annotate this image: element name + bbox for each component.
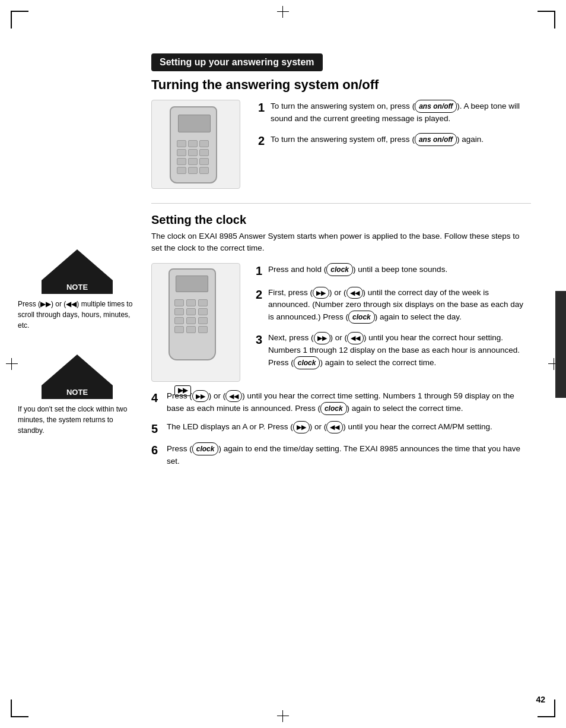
key-c-3	[198, 299, 208, 306]
clock-step-num-4: 4	[151, 390, 164, 406]
fwd-btn-s5: ▶▶	[293, 421, 310, 433]
note-label-1: NOTE	[42, 280, 113, 294]
clock-step-text-1: Press and hold (clock) until a beep tone…	[268, 263, 527, 276]
clock-step-num-6: 6	[151, 442, 164, 458]
note-triangle-1	[42, 249, 113, 280]
clock-step-6: 6 Press (clock) again to end the time/da…	[151, 442, 531, 467]
clock-step-4: 4 Press (▶▶) or (◀◀) until you hear the …	[151, 390, 531, 416]
clock-step-1: 1 Press and hold (clock) until a beep to…	[256, 263, 531, 278]
key-c-11	[186, 326, 196, 333]
clock-body: ▶▶ 1 Press and hold (clock) until a beep…	[151, 263, 531, 382]
step-text-1: To turn the answering system on, press (…	[271, 100, 527, 125]
clock-step-text-3: Next, press (▶▶) or (◀◀) until you hear …	[268, 332, 527, 369]
key-c-9	[198, 317, 208, 324]
key-12	[199, 167, 209, 174]
clock-step-3: 3 Next, press (▶▶) or (◀◀) until you hea…	[256, 332, 531, 369]
key-c-10	[174, 326, 184, 333]
phone-keypad-2	[174, 299, 212, 333]
clock-step-num-1: 1	[256, 263, 262, 278]
key-4	[177, 149, 186, 156]
phone-body-2	[168, 268, 216, 360]
phone-keypad-1	[177, 140, 212, 174]
key-c-5	[186, 308, 196, 315]
clock-btn-s6: clock	[192, 442, 219, 455]
ans-on-off-btn-2: ans on/off	[415, 133, 457, 146]
key-c-12	[198, 326, 208, 333]
note-label-2: NOTE	[42, 385, 113, 399]
phone-graphic-2: ▶▶	[151, 263, 240, 382]
turning-section: 1 To turn the answering system on, press…	[151, 100, 531, 189]
fwd-btn-s4: ▶▶	[192, 390, 209, 403]
clock-btn-s2: clock	[348, 311, 375, 324]
note-triangle-2	[42, 354, 113, 385]
key-5	[188, 149, 198, 156]
ans-on-off-btn-1: ans on/off	[415, 100, 457, 113]
note-text-2: If you don't set the clock within two mi…	[18, 404, 136, 436]
step-num-1: 1	[258, 100, 265, 115]
turning-title: Turning the answering system on/off	[151, 77, 531, 93]
crosshair-bottom	[277, 710, 289, 722]
crosshair-left	[6, 358, 18, 370]
clock-btn-s4: clock	[320, 402, 347, 415]
phone-graphic-1	[151, 100, 240, 189]
note-text-1: Press (▶▶) or (◀◀) multiple times to scr…	[18, 299, 136, 331]
key-c-8	[186, 317, 196, 324]
clock-step-content-5: The LED displays an A or P. Press (▶▶) o…	[167, 421, 531, 433]
key-2	[188, 140, 198, 147]
step-num-2: 2	[258, 133, 265, 148]
phone-image-1	[151, 100, 246, 189]
key-c-1	[174, 299, 184, 306]
key-1	[177, 140, 186, 147]
crosshair-top	[277, 6, 289, 18]
key-6	[199, 149, 209, 156]
clock-step-content-4: Press (▶▶) or (◀◀) until you hear the co…	[167, 390, 531, 416]
phone-body-1	[170, 106, 217, 183]
phone-image-2: ▶▶	[151, 263, 246, 382]
corner-mark-tr	[538, 11, 555, 29]
main-content: Setting up your answering system Turning…	[151, 53, 531, 473]
clock-intro: The clock on EXAI 8985 Answer System sta…	[151, 230, 531, 255]
clock-btn-s3: clock	[294, 356, 320, 369]
rew-btn-s5: ◀◀	[326, 421, 343, 433]
fwd-btn-s2: ▶▶	[313, 287, 329, 299]
step-text-2: To turn the answering system off, press …	[271, 133, 527, 146]
sidebar-accent	[555, 291, 566, 398]
page-number: 42	[536, 695, 545, 704]
clock-step-text-2: First, press (▶▶) or (◀◀) until the corr…	[268, 287, 527, 324]
key-11	[188, 167, 198, 174]
note-box-2: NOTE If you don't set the clock within t…	[18, 354, 136, 436]
section-heading: Setting up your answering system	[151, 53, 323, 71]
clock-btn-s1: clock	[326, 263, 353, 276]
fwd-button-graphic: ▶▶	[174, 385, 191, 396]
clock-step-content-6: Press (clock) again to end the time/day …	[167, 442, 531, 467]
section-divider	[151, 203, 531, 204]
clock-step-num-3: 3	[256, 332, 262, 347]
rew-btn-s4: ◀◀	[225, 390, 242, 403]
note-box-1: NOTE Press (▶▶) or (◀◀) multiple times t…	[18, 249, 136, 331]
clock-step-num-5: 5	[151, 421, 164, 436]
clock-step-5: 5 The LED displays an A or P. Press (▶▶)…	[151, 421, 531, 436]
key-10	[177, 167, 186, 174]
fwd-btn-s3: ▶▶	[314, 332, 330, 344]
clock-steps-1-3: 1 Press and hold (clock) until a beep to…	[256, 263, 531, 382]
key-3	[199, 140, 209, 147]
key-c-7	[174, 317, 184, 324]
turning-steps: 1 To turn the answering system on, press…	[258, 100, 531, 189]
clock-step-num-2: 2	[256, 287, 262, 302]
key-c-2	[186, 299, 196, 306]
corner-mark-tl	[11, 11, 28, 29]
key-9	[199, 158, 209, 165]
rew-btn-s3: ◀◀	[347, 332, 364, 344]
phone-display-1	[178, 115, 211, 132]
key-c-4	[174, 308, 184, 315]
corner-mark-bl	[11, 699, 28, 717]
clock-section-title: Setting the clock	[151, 213, 531, 227]
key-8	[188, 158, 198, 165]
phone-display-2	[176, 276, 208, 292]
turning-step-1: 1 To turn the answering system on, press…	[258, 100, 531, 125]
clock-step-2: 2 First, press (▶▶) or (◀◀) until the co…	[256, 287, 531, 324]
key-7	[177, 158, 186, 165]
left-sidebar: NOTE Press (▶▶) or (◀◀) multiple times t…	[18, 249, 136, 448]
turning-step-2: 2 To turn the answering system off, pres…	[258, 133, 531, 148]
rew-btn-s2: ◀◀	[346, 287, 363, 299]
